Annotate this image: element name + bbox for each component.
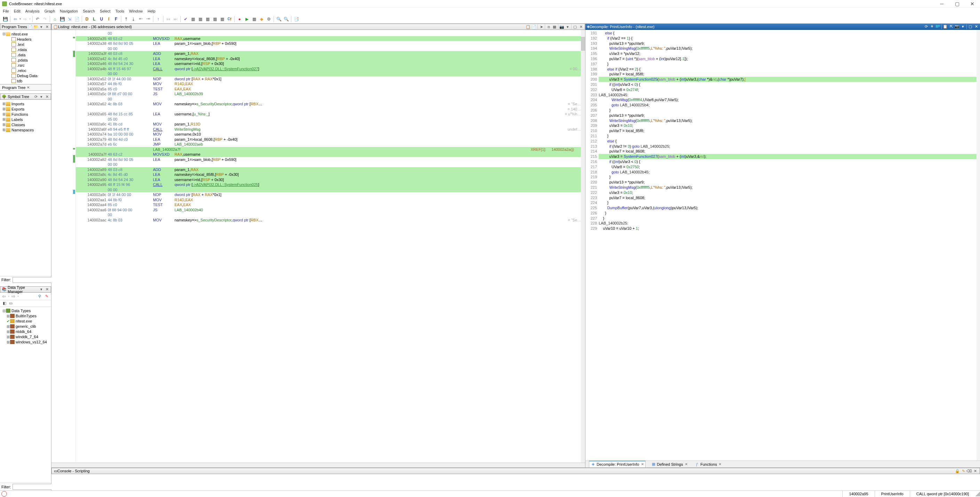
menu-window[interactable]: Window	[129, 9, 143, 13]
code-line[interactable]: puVar13 = *ppuVar9;	[599, 180, 977, 185]
listing-row[interactable]: 140002a4b48 ff 15 46 97CALLqword ptr [->…	[76, 67, 581, 71]
tree-item[interactable]: .reloc	[1, 68, 51, 73]
listing-row[interactable]: 140002a8248 8d 8d 90 05LEAparam_1=>sam_b…	[76, 157, 581, 162]
code-line[interactable]: WriteStringMsg(0xfffffff5,L"%hs: ",puVar…	[599, 46, 977, 51]
data-type-tree[interactable]: ⊟Data Types⊞BuiltInTypes✔nltest.exe⊞gene…	[0, 307, 51, 483]
tree-root[interactable]: ⊟nltest.exe	[1, 31, 51, 37]
listing-row[interactable]: 140002a8948 03 c8ADDparam_1,RAX	[76, 167, 581, 172]
gears-icon[interactable]: ⚙	[266, 16, 272, 22]
cursor-prev-icon[interactable]: ⭰	[138, 16, 144, 22]
cf-icon[interactable]: Cf	[226, 16, 232, 22]
listing-row[interactable]: 140002a520f 1f 44 00 00NOPdword ptr [RAX…	[76, 76, 581, 82]
dtm-back-icon[interactable]: ⇦	[2, 294, 6, 299]
dtm-filter-icon[interactable]: ⚲	[37, 294, 42, 299]
console-body[interactable]	[51, 474, 980, 491]
dtm-close-icon[interactable]: ✕	[45, 287, 49, 292]
code-line[interactable]: WriteStringMsg(0xfffffff5,L"%hs: ",puVar…	[599, 185, 977, 190]
listing-row[interactable]: 00 00	[76, 162, 581, 167]
cursor-down-icon[interactable]: ⭳	[130, 16, 137, 22]
snapshot-icon[interactable]: 📷	[559, 24, 564, 29]
dec-max-icon[interactable]: ▢	[968, 24, 973, 29]
listing-row[interactable]: 140002a624c 8b 03MOVnameskey=>s_Security…	[76, 102, 581, 107]
console-clear-icon[interactable]: ⌫	[967, 468, 972, 473]
dtm-item[interactable]: ⊞winddk_7_64	[1, 334, 51, 340]
listing-row[interactable]: 140002a5a85 c0TESTEAX,EAX	[76, 87, 581, 92]
code-line[interactable]: else {	[599, 139, 977, 144]
bottom-tab[interactable]: ƒFunctions✕	[693, 461, 723, 467]
symbol-item[interactable]: ⊞Imports	[1, 101, 51, 106]
save2-icon[interactable]: 💾	[59, 16, 65, 22]
menu-navigation[interactable]: Navigation	[60, 9, 78, 13]
bookmark-icon[interactable]: 📑	[293, 16, 299, 22]
listing-row[interactable]: 140002a6c41 8b cdMOVparam_1,R13D	[76, 122, 581, 127]
code-line[interactable]: if ((int)uVar3 < 0) {	[599, 82, 977, 87]
code-line[interactable]: uVar3 = 0x10;	[599, 190, 977, 195]
l-icon[interactable]: L	[91, 16, 97, 22]
grid2-icon[interactable]: ▦	[197, 16, 204, 22]
copy-icon[interactable]: 📋	[526, 24, 530, 29]
listing-row[interactable]: 00 00	[76, 187, 581, 192]
listing-row[interactable]: 140002a8c4c 8d 45 d0LEAnameskey=>local_8…	[76, 172, 581, 177]
dtm-item[interactable]: ⊞generic_clib	[1, 324, 51, 329]
listing-row[interactable]: 140002a7f48 63 c2MOVSXDRAX,username	[76, 152, 581, 157]
dtm-item[interactable]: ✔nltest.exe	[1, 319, 51, 324]
dec-tree-icon[interactable]: ⚘	[929, 24, 934, 29]
page-icon[interactable]: 📄	[74, 16, 80, 22]
back-icon[interactable]: ⇦	[12, 16, 18, 22]
dec-close-icon[interactable]: ✕	[974, 24, 978, 29]
code-line[interactable]: puVar7 = (uint *)(sam_blob + (int)puVar1…	[599, 56, 977, 62]
undo-icon[interactable]: ↶	[34, 16, 41, 22]
dtm-collapse-icon[interactable]: ◧	[2, 301, 7, 306]
code-line[interactable]: LAB_140002b45:	[599, 92, 977, 98]
code-line[interactable]: UVar8 = 0x274f;	[599, 87, 977, 92]
listing-row[interactable]: 140002a7deb 6cJMPLAB_140002aeb	[76, 142, 581, 147]
forward-icon[interactable]: ⇨	[22, 16, 28, 22]
listing-row[interactable]: 140002a424c 8d 45 c0LEAnameskey=>local_8…	[76, 56, 581, 62]
dec-refresh-icon[interactable]: ⟳	[924, 24, 929, 29]
search-bytes-icon[interactable]: 🔍	[283, 16, 289, 22]
save-icon[interactable]: 💾	[2, 16, 8, 22]
dtm-item[interactable]: ⊞BuiltInTypes	[1, 313, 51, 319]
record-icon[interactable]: ●	[236, 16, 243, 22]
code-line[interactable]: }	[599, 211, 977, 216]
dtm-item[interactable]: ⊞windows_vs12_64	[1, 340, 51, 345]
listing-hscroll[interactable]	[51, 463, 585, 467]
listing-row[interactable]: 140002a3f48 03 c8ADDparam_1,RAX	[76, 51, 581, 56]
step-right-icon[interactable]: ⏭	[172, 16, 179, 22]
menu-select[interactable]: Select	[100, 9, 111, 13]
menu-file[interactable]: File	[3, 9, 9, 13]
listing-row[interactable]: = 140…	[76, 107, 581, 112]
cursor-next-icon[interactable]: ⭲	[145, 16, 151, 22]
code-line[interactable]: puVar7 = local_8608;	[599, 195, 977, 200]
listing-row[interactable]: 140002a3848 8d 8d 90 05LEAparam_1=>sam_b…	[76, 41, 581, 46]
listing-row[interactable]: 140002a5744 8b f0MOVR14D,EAX	[76, 81, 581, 87]
close-panel-icon[interactable]: ✕	[45, 24, 49, 29]
listing-row[interactable]: 140002a4648 8d 54 24 30LEAusername=>rid,…	[76, 61, 581, 67]
dtm-root[interactable]: ⊟Data Types	[1, 308, 51, 313]
diff-icon[interactable]: ⧈	[546, 24, 551, 29]
listing-row[interactable]: 140002a6fe8 94 e5 ff ffCALLWriteStringMs…	[76, 127, 581, 132]
dec-export-icon[interactable]: ⇱	[949, 24, 954, 29]
code-line[interactable]: WriteStringMsg(0xfffffff5,L"%hs: ",puVar…	[599, 118, 977, 123]
menu-help[interactable]: Help	[147, 9, 155, 13]
listing-close-icon[interactable]: ✕	[579, 24, 583, 29]
decompile-body[interactable]: 1911921931941951961971981992002012022032…	[585, 30, 980, 460]
new-icon[interactable]: 📄	[28, 24, 33, 29]
bottom-tab[interactable]: ▦Defined Strings✕	[650, 461, 689, 467]
max-icon[interactable]: ▢	[573, 24, 578, 29]
listing-label-row[interactable]: LAB_140002a7fXREF[1]: 140002a2a(j)	[76, 147, 581, 152]
dec-copy-icon[interactable]: 📋	[943, 24, 948, 29]
dtm-pencil-icon[interactable]: ✎	[44, 294, 49, 299]
grid1-icon[interactable]: ▦	[190, 16, 196, 22]
code-line[interactable]: if (iVar2 == 1) {	[599, 36, 977, 41]
play-icon[interactable]: ▶	[244, 16, 250, 22]
grid3-icon[interactable]: ▦	[204, 16, 211, 22]
listing-menu-icon[interactable]: ▾	[565, 24, 570, 29]
dtm-box-icon[interactable]: ▭	[8, 301, 13, 306]
tree-item[interactable]: .pdata	[1, 57, 51, 63]
grid4-icon[interactable]: ▦	[212, 16, 218, 22]
dec-rd-icon[interactable]: Rᴰ	[935, 24, 940, 29]
search-text-icon[interactable]: 🔍	[276, 16, 282, 22]
cursor-icon[interactable]: ➤	[539, 24, 544, 29]
close-tab-icon[interactable]: ✕	[27, 86, 30, 89]
